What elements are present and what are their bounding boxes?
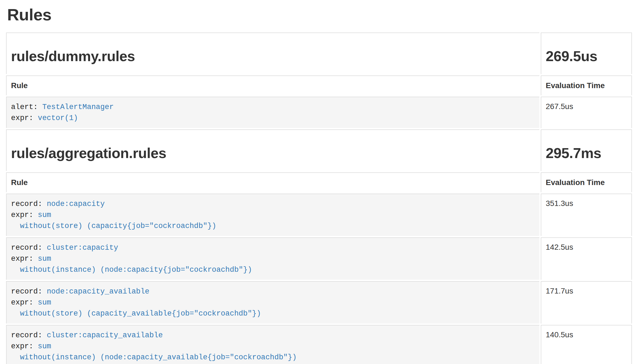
rule-code-line: alert: TestAlertManager — [11, 102, 535, 113]
rule-code-line: without(instance) (node:capacity_availab… — [11, 352, 535, 363]
rule-code-line: without(store) (capacity{job="cockroachd… — [11, 221, 535, 232]
rule-row: alert: TestAlertManagerexpr: vector(1) 2… — [6, 97, 632, 128]
rule-code: record: node:capacity_availableexpr: sum… — [11, 286, 535, 319]
rule-code: record: cluster:capacity_availableexpr: … — [11, 330, 535, 363]
rule-expr-link[interactable]: vector(1) — [38, 114, 78, 122]
rule-expr-link[interactable]: node:capacity_available — [47, 287, 150, 296]
rule-expr-link[interactable]: without(store) (capacity_available{job="… — [11, 309, 261, 318]
rule-code: record: node:capacityexpr: sum without(s… — [11, 199, 535, 232]
rule-code-line: record: node:capacity_available — [11, 286, 535, 297]
rule-keyword-text: expr: — [11, 211, 38, 219]
rule-group-total-eval-time: 295.7ms — [546, 145, 627, 161]
rule-code-line: expr: sum — [11, 297, 535, 308]
rule-keyword-text: alert: — [11, 103, 42, 111]
rule-expr-link[interactable]: sum — [38, 298, 51, 307]
rule-keyword-text: record: — [11, 331, 47, 339]
rule-code-line: record: node:capacity — [11, 199, 535, 210]
rule-keyword-text: expr: — [11, 255, 38, 263]
rule-definition-cell: record: cluster:capacity_availableexpr: … — [6, 325, 539, 364]
eval-time-column-header: Evaluation Time — [541, 172, 632, 192]
rule-expr-link[interactable]: cluster:capacity_available — [47, 331, 163, 339]
rule-row: record: cluster:capacity_availableexpr: … — [6, 325, 632, 364]
rule-expr-link[interactable]: cluster:capacity — [47, 244, 118, 252]
rule-expr-link[interactable]: sum — [38, 255, 51, 263]
rule-code-line: expr: sum — [11, 210, 535, 221]
rule-column-header: Rule — [6, 75, 539, 95]
rule-code-line: without(instance) (node:capacity{job="co… — [11, 264, 535, 275]
rule-group-file: rules/aggregation.rules — [11, 145, 535, 161]
rule-definition-cell: record: node:capacity_availableexpr: sum… — [6, 281, 539, 324]
rule-eval-time: 142.5us — [541, 237, 632, 280]
rule-expr-link[interactable]: without(store) (capacity{job="cockroachd… — [11, 222, 216, 230]
rule-code-line: record: cluster:capacity — [11, 242, 535, 253]
rule-row: record: node:capacity_availableexpr: sum… — [6, 281, 632, 324]
rule-code-line: expr: vector(1) — [11, 113, 535, 124]
rule-expr-link[interactable]: without(instance) (node:capacity{job="co… — [11, 266, 252, 274]
rule-code: record: cluster:capacityexpr: sum withou… — [11, 242, 535, 275]
rule-code-line: record: cluster:capacity_available — [11, 330, 535, 341]
rule-keyword-text: expr: — [11, 342, 38, 351]
rule-eval-time: 140.5us — [541, 325, 632, 364]
rule-expr-link[interactable]: without(instance) (node:capacity_availab… — [11, 353, 297, 362]
rule-keyword-text: record: — [11, 244, 47, 252]
rule-keyword-text: record: — [11, 287, 47, 296]
rule-column-header: Rule — [6, 172, 539, 192]
rule-code: alert: TestAlertManagerexpr: vector(1) — [11, 102, 535, 124]
rule-eval-time: 171.7us — [541, 281, 632, 324]
rule-definition-cell: record: cluster:capacityexpr: sum withou… — [6, 237, 539, 280]
rule-keyword-text: record: — [11, 200, 47, 208]
rule-group-total-eval-time: 269.5us — [546, 48, 627, 64]
rule-expr-link[interactable]: TestAlertManager — [42, 103, 113, 111]
eval-time-column-header: Evaluation Time — [541, 75, 632, 95]
rule-eval-time: 351.3us — [541, 194, 632, 236]
rule-definition-cell: record: node:capacityexpr: sum without(s… — [6, 194, 539, 236]
rule-expr-link[interactable]: sum — [38, 342, 51, 351]
rules-table: rules/dummy.rules 269.5us Rule Evaluatio… — [5, 31, 633, 364]
column-header-row: Rule Evaluation Time — [6, 172, 632, 192]
rule-keyword-text: expr: — [11, 298, 38, 307]
rule-group-header-row: rules/dummy.rules 269.5us — [6, 32, 632, 74]
rule-keyword-text: expr: — [11, 114, 38, 122]
rule-definition-cell: alert: TestAlertManagerexpr: vector(1) — [6, 97, 539, 128]
rule-group-header-row: rules/aggregation.rules 295.7ms — [6, 129, 632, 171]
rule-row: record: cluster:capacityexpr: sum withou… — [6, 237, 632, 280]
page-title: Rules — [7, 6, 638, 24]
rule-expr-link[interactable]: sum — [38, 211, 51, 219]
rule-group-file: rules/dummy.rules — [11, 48, 535, 64]
rule-code-line: without(store) (capacity_available{job="… — [11, 308, 535, 319]
rule-code-line: expr: sum — [11, 253, 535, 264]
column-header-row: Rule Evaluation Time — [6, 75, 632, 95]
rule-code-line: expr: sum — [11, 341, 535, 352]
rule-expr-link[interactable]: node:capacity — [47, 200, 105, 208]
rule-row: record: node:capacityexpr: sum without(s… — [6, 194, 632, 236]
rule-eval-time: 267.5us — [541, 97, 632, 128]
